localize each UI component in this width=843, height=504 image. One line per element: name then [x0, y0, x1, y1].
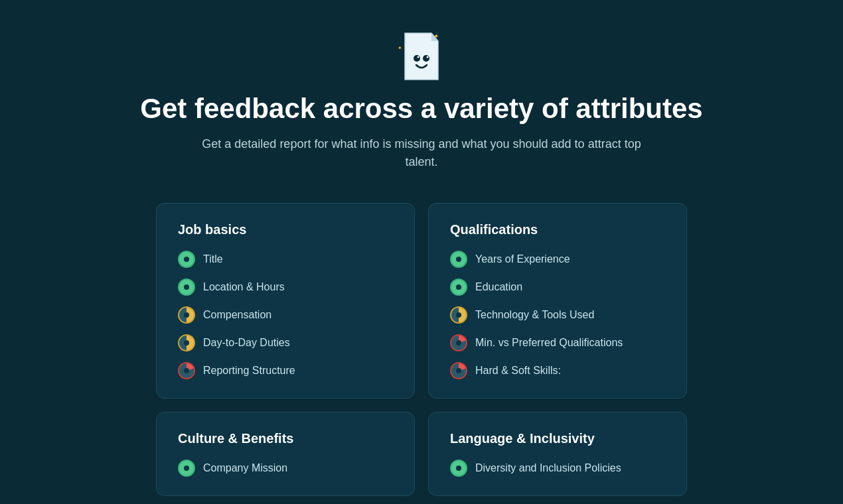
svg-point-1 [423, 55, 429, 62]
item-label: Reporting Structure [203, 365, 295, 377]
svg-point-0 [414, 55, 420, 62]
card-list-job-basics: TitleLocation & HoursCompensationDay-to-… [178, 251, 393, 379]
list-item: Reporting Structure [178, 362, 393, 379]
card-language-inclusivity: Language & InclusivityDiversity and Incl… [428, 412, 687, 496]
status-low-icon [178, 362, 195, 379]
status-half-icon [178, 306, 195, 324]
status-low-icon [450, 362, 467, 379]
card-culture-benefits: Culture & BenefitsCompany Mission [156, 412, 415, 496]
svg-text:✦: ✦ [398, 45, 402, 51]
list-item: Day-to-Day Duties [178, 334, 393, 351]
status-full-icon [450, 279, 467, 296]
item-label: Technology & Tools Used [475, 309, 594, 321]
item-label: Min. vs Preferred Qualifications [475, 337, 623, 349]
status-half-icon [450, 306, 467, 324]
card-list-language-inclusivity: Diversity and Inclusion Policies [450, 460, 665, 477]
mascot-icon: ✦ ✦ [395, 27, 448, 80]
item-label: Hard & Soft Skills: [475, 365, 561, 377]
list-item: Years of Experience [450, 251, 665, 268]
item-label: Compensation [203, 309, 271, 321]
status-low-icon [450, 334, 467, 351]
list-item: Hard & Soft Skills: [450, 362, 665, 379]
item-label: Location & Hours [203, 281, 285, 293]
card-title-culture-benefits: Culture & Benefits [178, 431, 393, 446]
list-item: Compensation [178, 306, 393, 324]
svg-text:✦: ✦ [433, 32, 439, 40]
card-qualifications: QualificationsYears of ExperienceEducati… [428, 203, 687, 399]
item-label: Company Mission [203, 462, 287, 474]
item-label: Title [203, 253, 223, 265]
status-half-icon [178, 334, 195, 351]
item-label: Education [475, 281, 522, 293]
list-item: Diversity and Inclusion Policies [450, 460, 665, 477]
item-label: Years of Experience [475, 253, 570, 265]
item-label: Diversity and Inclusion Policies [475, 462, 621, 474]
page-title: Get feedback across a variety of attribu… [140, 93, 702, 125]
status-full-icon [178, 279, 195, 296]
cards-grid: Job basicsTitleLocation & HoursCompensat… [156, 203, 687, 496]
status-full-icon [450, 460, 467, 477]
list-item: Location & Hours [178, 279, 393, 296]
list-item: Title [178, 251, 393, 268]
card-list-culture-benefits: Company Mission [178, 460, 393, 477]
card-title-language-inclusivity: Language & Inclusivity [450, 431, 665, 446]
list-item: Technology & Tools Used [450, 306, 665, 324]
page-subtitle: Get a detailed report for what info is m… [196, 135, 647, 171]
list-item: Education [450, 279, 665, 296]
status-full-icon [450, 251, 467, 268]
svg-point-2 [418, 56, 420, 58]
item-label: Day-to-Day Duties [203, 337, 290, 349]
card-list-qualifications: Years of ExperienceEducationTechnology &… [450, 251, 665, 379]
list-item: Company Mission [178, 460, 393, 477]
card-job-basics: Job basicsTitleLocation & HoursCompensat… [156, 203, 415, 399]
card-title-qualifications: Qualifications [450, 222, 665, 237]
status-full-icon [178, 251, 195, 268]
svg-point-3 [427, 56, 429, 58]
card-title-job-basics: Job basics [178, 222, 393, 237]
status-full-icon [178, 460, 195, 477]
list-item: Min. vs Preferred Qualifications [450, 334, 665, 351]
